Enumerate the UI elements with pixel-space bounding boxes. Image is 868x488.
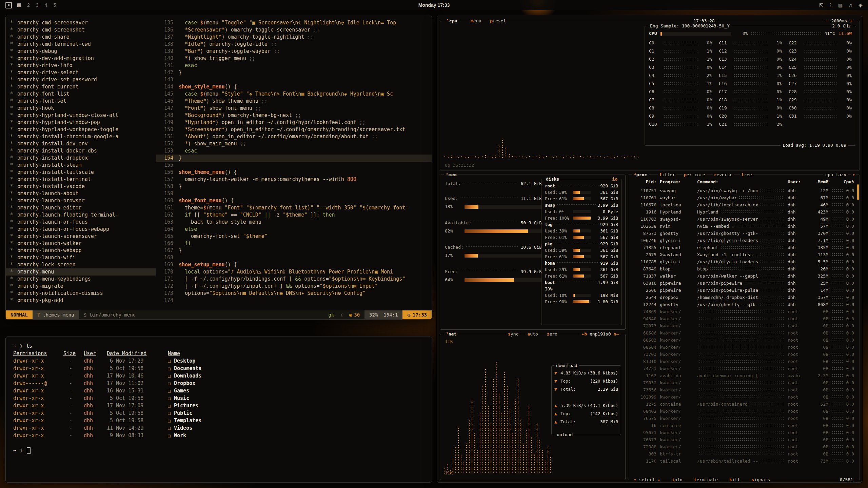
process-row[interactable]: 72088kworker/root0B0.0 [632, 443, 854, 450]
net-interface-switcher[interactable]: ←b enp191s0 n→ [580, 331, 620, 338]
io-mode-toggle[interactable]: io [611, 176, 619, 183]
file-item[interactable]: *omarchy-cmd-screensaver [6, 19, 156, 26]
process-row[interactable]: 1170tailscal/usr/sbin/tailscaled --root7… [632, 458, 854, 465]
file-item[interactable]: *omarchy-launch-screensaver [6, 233, 156, 240]
stats-icon[interactable]: ▥ [838, 2, 843, 8]
file-item[interactable]: *omarchy-menu-keybindings [6, 276, 156, 283]
file-item[interactable]: *omarchy-install-steam [6, 162, 156, 169]
file-item[interactable]: *omarchy-migrate [6, 283, 156, 290]
file-item[interactable]: *omarchy-launch-walker [6, 240, 156, 247]
bluetooth-icon[interactable]: ᛒ [829, 2, 832, 8]
omarchy-logo-icon[interactable] [5, 2, 12, 8]
file-item[interactable]: *omarchy-drive-info [6, 62, 156, 69]
process-row[interactable]: 68586kworker/root0B0.0 [632, 329, 854, 337]
select-control[interactable]: ↑ select ↓ [632, 476, 662, 483]
file-item[interactable]: *omarchy-install-vscode [6, 183, 156, 190]
file-item[interactable]: *omarchy-font-set [6, 98, 156, 105]
process-row[interactable]: 1916HyprlandHyprlanddhh423M0.0 [632, 208, 854, 216]
signals-button[interactable]: signals [750, 476, 772, 483]
process-row[interactable]: 74869kworker/root0B0.0 [632, 308, 854, 315]
tab-per-core[interactable]: per-core [683, 171, 707, 178]
file-item[interactable]: *omarchy-menu [6, 268, 156, 276]
proc-col-header[interactable]: Pid: [632, 179, 656, 185]
file-item[interactable]: *omarchy-drive-set-password [6, 76, 156, 83]
file-item[interactable]: *omarchy-drive-select [6, 69, 156, 76]
process-row[interactable]: 110785glycin-i/usr/lib/glycin-loadersdhh… [632, 258, 854, 265]
workspace-active-indicator[interactable] [17, 3, 21, 7]
file-item[interactable]: *omarchy-lock-screen [6, 261, 156, 268]
file-item[interactable]: *omarchy-cmd-terminal-cwd [6, 41, 156, 48]
volume-icon[interactable]: ♫ [849, 2, 852, 8]
process-row[interactable]: 87573ghostty/usr/bin/ghostty --gtk-dhh37… [632, 230, 854, 237]
process-row[interactable]: 102638nvimnvim --embed .dhh57M0.0 [632, 223, 854, 230]
info-button[interactable]: info [670, 476, 684, 483]
process-row[interactable]: 76575kworker/root0B0.0 [632, 415, 854, 422]
process-row[interactable]: 76577kworker/root0B0.0 [632, 436, 854, 443]
process-row[interactable]: 102099kworker/root0B0.0 [632, 393, 854, 401]
process-row[interactable]: 110751swaybg/usr/bin/swaybg -i /homdhh12… [632, 187, 854, 194]
process-row[interactable]: 2075XwaylandXwayland :1 -rootless -dhh11… [632, 251, 854, 258]
file-item[interactable]: *omarchy-cmd-share [6, 34, 156, 41]
tab-preset[interactable]: preset [489, 18, 507, 24]
process-row[interactable]: 803btrfs-trroot0B0.0 [632, 450, 854, 458]
tab-tree[interactable]: tree [740, 171, 753, 178]
tab-reverse[interactable]: reverse [713, 171, 734, 178]
process-row[interactable]: 1162avahi-daavahi-daemon: running [avahi… [632, 372, 854, 379]
file-item[interactable]: *omarchy-cmd-screenshot [6, 26, 156, 34]
process-row[interactable]: 72073kworker/root0B0.0 [632, 322, 854, 329]
workspace-5[interactable]: 5 [53, 2, 57, 8]
tab-sync[interactable]: sync [507, 331, 520, 338]
process-row[interactable]: 106746glycin-i/usr/lib/glycin-loadersdhh… [632, 237, 854, 244]
tab-filter[interactable]: filter [658, 171, 676, 178]
file-item[interactable]: *omarchy-install-dev-env [6, 140, 156, 147]
proc-sort-control[interactable]: cpu lazy [823, 171, 848, 178]
process-row[interactable]: 2506pipewire/usr/bin/pipewire-pulsedhh14… [632, 287, 854, 294]
proc-col-header[interactable]: User: [788, 179, 807, 185]
tab-auto[interactable]: auto [526, 331, 539, 338]
file-item[interactable]: *omarchy-font-list [6, 90, 156, 98]
process-row[interactable]: 68583kworker/root0B0.0 [632, 337, 854, 344]
proc-col-header[interactable]: MemB [810, 179, 828, 185]
workspace-4[interactable]: 4 [44, 2, 48, 8]
process-row[interactable]: 68402kworker/root0B0.0 [632, 408, 854, 415]
process-row[interactable]: 110783swayosd-/usr/bin/swayosd-serverdhh… [632, 216, 854, 223]
process-row[interactable]: 81310kworker/root0B0.0 [632, 358, 854, 365]
workspace-2[interactable]: 2 [26, 2, 31, 8]
process-row[interactable]: 68584kworker/root0B0.0 [632, 344, 854, 351]
kill-button[interactable]: kill [728, 476, 742, 483]
process-row[interactable]: 110670localsea/usr/lib/localsearch-exdhh… [632, 201, 854, 208]
file-item[interactable]: *omarchy-debug [6, 48, 156, 55]
proc-scrollbar[interactable] [857, 184, 859, 200]
process-row[interactable]: 71837walker/usr/bin/walker --gappldhh325… [632, 272, 854, 280]
process-row[interactable]: 12244ghostty/usr/bin/ghostty --gtk-dhh86… [632, 301, 854, 308]
file-item[interactable]: *omarchy-launch-webapp [6, 247, 156, 254]
process-row[interactable]: 95673kworker/root0B0.0 [632, 429, 854, 436]
file-item[interactable]: *omarchy-launch-editor [6, 204, 156, 211]
process-row[interactable]: 63816pipewire/usr/bin/pipewiredhh25M0.0 [632, 280, 854, 287]
proc-col-header[interactable]: Command: [697, 179, 784, 185]
process-row[interactable]: 73703kworker/root0B0.0 [632, 351, 854, 358]
power-icon[interactable]: ◉ [859, 2, 863, 8]
file-item[interactable]: *omarchy-dev-add-migration [6, 55, 156, 62]
file-item[interactable]: *omarchy-hook [6, 105, 156, 112]
file-item[interactable]: *omarchy-notification-dismiss [6, 290, 156, 297]
file-item[interactable]: *omarchy-launch-wifi [6, 254, 156, 261]
file-item[interactable]: *omarchy-font-current [6, 83, 156, 90]
file-item[interactable]: *omarchy-launch-browser [6, 197, 156, 204]
file-item[interactable]: *omarchy-install-terminal [6, 176, 156, 183]
process-row[interactable]: 74733kworker/root0B0.0 [632, 365, 854, 372]
file-item[interactable]: *omarchy-launch-about [6, 190, 156, 197]
file-item[interactable]: *omarchy-install-docker-dbs [6, 147, 156, 155]
tab-zero[interactable]: zero [546, 331, 559, 338]
file-item[interactable]: *omarchy-launch-floating-terminal- [6, 211, 156, 219]
prompt-line-bottom[interactable]: ~ ❯ [13, 447, 424, 454]
file-item[interactable]: *omarchy-launch-or-focus [6, 219, 156, 226]
file-item[interactable]: *omarchy-pkg-add [6, 297, 156, 304]
proc-col-header[interactable]: Cpu% [832, 179, 854, 185]
terminate-button[interactable]: terminate [692, 476, 719, 483]
process-row[interactable]: 79032kworker/root0B0.0 [632, 379, 854, 386]
file-item[interactable]: *omarchy-hyprland-window-close-all [6, 112, 156, 119]
file-item[interactable]: *omarchy-hyprland-workspace-toggle [6, 126, 156, 133]
process-row[interactable]: 110761waybar/usr/bin/waybardhh67M0.0 [632, 194, 854, 201]
process-row[interactable]: 73656kworker/root0B0.0 [632, 386, 854, 393]
